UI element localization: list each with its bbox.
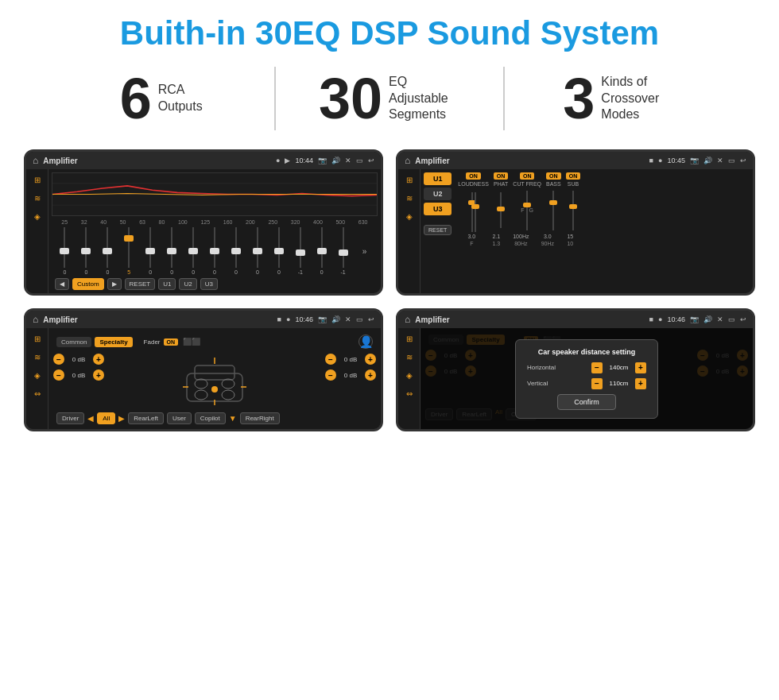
db-minus-2[interactable]: − (53, 369, 64, 381)
eq-wave-icon[interactable]: ≋ (34, 194, 41, 203)
amp-u3-btn[interactable]: U3 (424, 203, 452, 215)
back-icon-3[interactable]: ↩ (368, 315, 374, 323)
eq-slider-13[interactable]: -1 (333, 227, 353, 275)
eq-play-btn[interactable]: ▶ (107, 278, 122, 290)
cross-copilot-btn[interactable]: Copilot (195, 412, 226, 424)
dialog-horizontal-minus[interactable]: − (591, 362, 603, 373)
dialog-vertical-control: − 110cm + (591, 378, 646, 389)
cross-down-arr[interactable]: ▼ (229, 414, 237, 423)
phat-val2: 1.3 (488, 241, 504, 246)
bass-val2: 90Hz (537, 241, 557, 246)
cross-all-btn[interactable]: All (97, 412, 115, 424)
cross-tab-common[interactable]: Common (56, 337, 91, 347)
eq-graph (52, 172, 378, 216)
back-icon-4[interactable]: ↩ (740, 315, 746, 323)
freq-25: 25 (61, 219, 68, 225)
dialog-horizontal-plus[interactable]: + (635, 362, 646, 373)
db-plus-4[interactable]: + (365, 369, 376, 381)
eq-prev-btn[interactable]: ◀ (55, 278, 69, 290)
db-val-2: 0 dB (67, 372, 91, 379)
db-plus-1[interactable]: + (93, 354, 104, 365)
eq-vol-icon[interactable]: ◈ (34, 212, 41, 221)
screen-crossover: ⌂ Amplifier ■ ● 10:46 📷 🔊 ✕ ▭ ↩ ⊞ ≋ ◈ ⇔ … (24, 308, 383, 431)
dialog-box: Car speaker distance setting Horizontal … (515, 339, 658, 419)
back-icon[interactable]: ↩ (368, 157, 374, 164)
home-icon-3[interactable]: ⌂ (33, 314, 38, 325)
db-plus-3[interactable]: + (365, 354, 376, 365)
eq-slider-11[interactable]: -1 (290, 227, 310, 275)
eq-u1-btn[interactable]: U1 (158, 278, 176, 290)
camera-icon-3: 📷 (318, 315, 327, 323)
cross-vol-icon[interactable]: ◈ (34, 371, 41, 380)
cross-wave-icon[interactable]: ≋ (34, 353, 41, 362)
loudness-slider[interactable] (471, 192, 473, 232)
db-minus-1[interactable]: − (53, 354, 64, 365)
cross-rearright-btn[interactable]: RearRight (240, 412, 280, 424)
amp-u2-btn[interactable]: U2 (424, 188, 452, 200)
cross-filter-icon[interactable]: ⊞ (34, 335, 41, 343)
camera-icon-4: 📷 (690, 315, 699, 323)
dialog-vertical-minus[interactable]: − (591, 378, 603, 389)
cross-left-arr[interactable]: ◀ (87, 414, 94, 423)
eq-u3-btn[interactable]: U3 (200, 278, 218, 290)
eq-slider-expand[interactable]: » (355, 227, 374, 275)
cross-right-arr[interactable]: ▶ (118, 414, 125, 423)
eq-slider-9[interactable]: 0 (247, 227, 267, 275)
svg-point-10 (211, 386, 218, 393)
stats-row: 6 RCA Outputs 30 EQ Adjustable Segments … (0, 60, 779, 143)
cross-fader-slider[interactable]: ⬛⬛ (183, 338, 200, 346)
loudness-slider2[interactable] (475, 192, 476, 232)
eq-slider-12[interactable]: 0 (312, 227, 331, 275)
db-minus-4[interactable]: − (325, 369, 336, 381)
sub-label: SUB (568, 181, 579, 187)
eq-slider-1[interactable]: 0 (76, 227, 96, 275)
amp-wave-icon[interactable]: ≋ (406, 194, 413, 203)
cross-rearleft-btn[interactable]: RearLeft (128, 412, 164, 424)
dialog-wave-icon[interactable]: ≋ (406, 353, 413, 362)
cross-arrows-icon[interactable]: ⇔ (34, 389, 41, 398)
eq-slider-7[interactable]: 0 (205, 227, 225, 275)
eq-slider-10[interactable]: 0 (269, 227, 289, 275)
screens-grid: ⌂ Amplifier ● ▶ 10:44 📷 🔊 ✕ ▭ ↩ ⊞ ≋ ◈ (0, 143, 779, 439)
freq-250: 250 (268, 219, 277, 225)
sub-slider[interactable] (572, 191, 574, 230)
eq-slider-8[interactable]: 0 (227, 227, 246, 275)
confirm-button[interactable]: Confirm (557, 394, 616, 410)
db-plus-2[interactable]: + (93, 369, 104, 381)
amp-u1-btn[interactable]: U1 (424, 172, 452, 185)
dialog-vertical-plus[interactable]: + (635, 378, 646, 389)
bass-slider[interactable] (552, 191, 554, 230)
home-icon-2[interactable]: ⌂ (405, 155, 410, 166)
home-icon-4[interactable]: ⌂ (405, 314, 410, 325)
eq-freq-labels: 25 32 40 50 63 80 100 125 160 200 250 32… (52, 219, 378, 225)
cross-driver-btn[interactable]: Driver (56, 412, 84, 424)
cross-user-btn[interactable]: User (167, 412, 192, 424)
amp-filter-icon[interactable]: ⊞ (406, 176, 413, 184)
eq-filter-icon[interactable]: ⊞ (34, 176, 41, 184)
home-icon[interactable]: ⌂ (33, 155, 38, 166)
eq-slider-0[interactable]: 0 (55, 227, 75, 275)
amp-vol-icon[interactable]: ◈ (406, 212, 413, 221)
db-ctrl-2: − 0 dB + (53, 369, 104, 381)
eq-slider-4[interactable]: 0 (141, 227, 161, 275)
eq-slider-5[interactable]: 0 (162, 227, 182, 275)
eq-slider-6[interactable]: 0 (184, 227, 203, 275)
svg-point-9 (222, 390, 234, 400)
cutfreq-slider[interactable] (526, 191, 528, 230)
dialog-vol-icon[interactable]: ◈ (406, 371, 413, 380)
eq-reset-btn[interactable]: RESET (125, 278, 156, 290)
db-minus-3[interactable]: − (325, 354, 336, 365)
amp-reset-btn[interactable]: RESET (424, 225, 452, 235)
phat-slider[interactable] (500, 192, 502, 228)
back-icon-2[interactable]: ↩ (740, 157, 746, 164)
dialog-filter-icon[interactable]: ⊞ (406, 335, 413, 343)
eq-u2-btn[interactable]: U2 (179, 278, 196, 290)
eq-slider-3[interactable]: 5 (119, 227, 139, 275)
dialog-arrows-icon[interactable]: ⇔ (406, 389, 413, 398)
eq-slider-2[interactable]: 0 (98, 227, 118, 275)
cross-tab-specialty[interactable]: Specialty (95, 337, 132, 347)
dialog-vertical-row: Vertical − 110cm + (527, 378, 646, 389)
topbar-title-cross: Amplifier (43, 315, 272, 324)
svg-point-6 (195, 379, 207, 389)
eq-custom-btn[interactable]: Custom (72, 278, 104, 290)
